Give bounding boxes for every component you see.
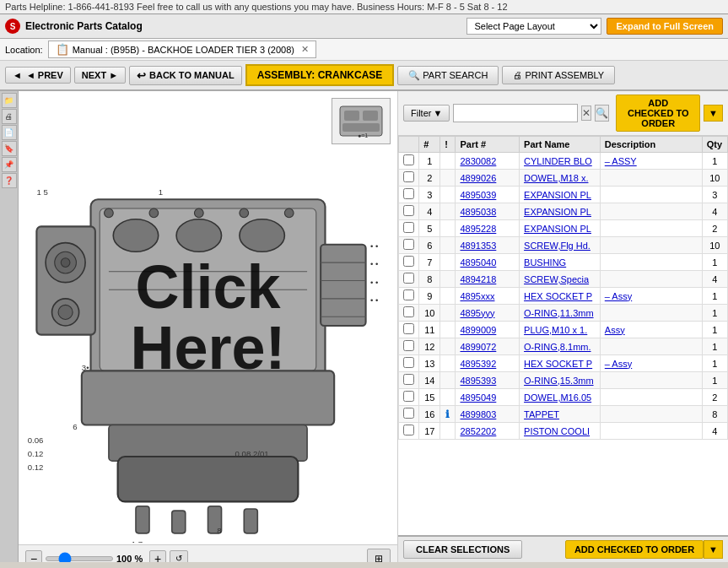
add-checked-bottom-button[interactable]: ADD CHECKED TO ORDER — [565, 540, 704, 559]
tab-close-icon[interactable]: ✕ — [301, 44, 309, 55]
part-number-link[interactable]: 4895038 — [460, 207, 496, 217]
row-checkbox[interactable] — [403, 154, 414, 165]
part-number-link[interactable]: 4895392 — [460, 359, 496, 369]
filter-button[interactable]: Filter ▼ — [403, 105, 450, 122]
row-part: 4899803 — [456, 406, 520, 423]
part-name-link[interactable]: CYLINDER BLO — [524, 156, 592, 166]
expand-button[interactable]: Expand to Full Screen — [607, 18, 723, 35]
row-part: 2852202 — [456, 423, 520, 440]
part-number-link[interactable]: 4899072 — [460, 342, 496, 352]
filter-clear-button[interactable]: ✕ — [581, 105, 591, 121]
row-checkbox[interactable] — [403, 374, 414, 385]
svg-rect-26 — [136, 506, 149, 533]
row-checkbox-cell — [399, 338, 419, 355]
row-checkbox[interactable] — [403, 289, 414, 300]
prev-button[interactable]: ◄ ◄ PREV — [5, 67, 71, 84]
print-assembly-button[interactable]: 🖨 PRINT ASSEMBLY — [502, 66, 615, 84]
filter-input[interactable] — [453, 104, 578, 122]
sidebar-icon-2[interactable]: 🖨 — [2, 109, 17, 124]
view-icon-button[interactable]: ⊞ — [367, 549, 391, 562]
part-number-link[interactable]: 4895yyy — [460, 308, 494, 318]
part-name-link[interactable]: EXPANSION PL — [524, 207, 591, 217]
part-name-link[interactable]: PLUG,M10 x 1. — [524, 325, 587, 335]
svg-text:1  7: 1 7 — [132, 539, 143, 543]
info-icon[interactable]: ℹ — [445, 408, 450, 420]
part-number-link[interactable]: 4894218 — [460, 274, 496, 284]
row-checkbox[interactable] — [403, 273, 414, 284]
part-name-link[interactable]: EXPANSION PL — [524, 190, 591, 200]
row-checkbox[interactable] — [403, 239, 414, 250]
row-part: 4895393 — [456, 372, 520, 389]
row-checkbox[interactable] — [403, 222, 414, 233]
part-number-link[interactable]: 4891353 — [460, 241, 496, 251]
row-warn — [440, 170, 456, 187]
part-name-link[interactable]: DOWEL,M18 x. — [524, 173, 588, 183]
zoom-in-button[interactable]: + — [149, 550, 166, 562]
row-part: 4895392 — [456, 355, 520, 372]
part-number-link[interactable]: 4895228 — [460, 224, 496, 234]
row-checkbox[interactable] — [403, 256, 414, 267]
part-name-link[interactable]: PISTON COOLI — [524, 426, 590, 436]
back-label: BACK TO MANUAL — [149, 70, 235, 80]
sidebar-icon-1[interactable]: 📁 — [2, 93, 17, 108]
table-row: 1 2830082 CYLINDER BLO – ASSY 1 — [399, 153, 728, 170]
sidebar-icon-3[interactable]: 📄 — [2, 125, 17, 140]
part-name-link[interactable]: BUSHING — [524, 257, 566, 268]
back-to-manual-button[interactable]: ↩ BACK TO MANUAL — [129, 66, 242, 85]
part-number-link[interactable]: 4895039 — [460, 190, 496, 200]
filter-search-button[interactable]: 🔍 — [595, 105, 609, 122]
part-number-link[interactable]: 4895049 — [460, 392, 496, 403]
sidebar-icon-4[interactable]: 🔖 — [2, 141, 17, 156]
add-checked-button[interactable]: ADD CHECKED TO ORDER — [616, 95, 700, 132]
select-page-layout[interactable]: Select Page Layout — [466, 18, 601, 35]
row-checkbox[interactable] — [403, 306, 414, 317]
row-checkbox-cell — [399, 389, 419, 406]
add-checked-dropdown-button[interactable]: ▼ — [704, 105, 723, 122]
row-checkbox[interactable] — [403, 391, 414, 402]
clear-selections-button[interactable]: CLEAR SELECTIONS — [403, 540, 522, 559]
part-search-button[interactable]: 🔍 PART SEARCH — [397, 66, 499, 85]
row-checkbox[interactable] — [403, 340, 414, 351]
part-number-link[interactable]: 4899009 — [460, 325, 496, 335]
part-name-link[interactable]: TAPPET — [524, 409, 559, 419]
zoom-out-button[interactable]: − — [25, 550, 42, 562]
part-number-link[interactable]: 4899803 — [460, 409, 496, 419]
part-name-link[interactable]: O-RING,11.3mm — [524, 308, 594, 318]
part-number-link[interactable]: 4895xxx — [460, 291, 494, 301]
part-number-link[interactable]: 4895393 — [460, 376, 496, 386]
parts-table-container[interactable]: # ! Part # Part Name Description Qty 1 2… — [398, 136, 728, 535]
sidebar-icon-6[interactable]: ❓ — [2, 173, 17, 188]
part-name-link[interactable]: SCREW,Specia — [524, 274, 589, 284]
diagram-area[interactable]: 1 5 1 0.06 0.12 0.12 0.08 2/01 1 7 8 • •… — [19, 91, 397, 544]
svg-rect-45 — [344, 111, 359, 121]
part-name-link[interactable]: O-RING,8.1mm. — [524, 342, 590, 352]
row-warn — [440, 423, 456, 440]
part-name-link[interactable]: EXPANSION PL — [524, 224, 591, 234]
row-checkbox-cell — [399, 423, 419, 440]
row-checkbox[interactable] — [403, 205, 414, 216]
part-name-link[interactable]: SCREW,Flg Hd. — [524, 241, 590, 251]
manual-tab[interactable]: 📋 Manual : (B95B) - BACKHOE LOADER TIER … — [48, 41, 316, 58]
table-row: 14 4895393 O-RING,15.3mm 1 — [399, 372, 728, 389]
row-checkbox[interactable] — [403, 357, 414, 368]
prev-label: ◄ PREV — [26, 70, 63, 80]
row-checkbox[interactable] — [403, 425, 414, 435]
next-button[interactable]: NEXT ► — [74, 67, 126, 84]
part-number-link[interactable]: 2852202 — [460, 426, 496, 436]
part-name-link[interactable]: O-RING,15.3mm — [524, 376, 594, 386]
search-icon: 🔍 — [408, 70, 420, 81]
zoom-slider[interactable] — [46, 556, 113, 561]
sidebar-icon-5[interactable]: 📌 — [2, 157, 17, 172]
add-checked-bottom-dropdown[interactable]: ▼ — [704, 540, 723, 559]
zoom-reset-button[interactable]: ↺ — [170, 550, 188, 562]
part-name-link[interactable]: HEX SOCKET P — [524, 291, 592, 301]
row-checkbox[interactable] — [403, 188, 414, 199]
part-name-link[interactable]: HEX SOCKET P — [524, 359, 592, 369]
part-number-link[interactable]: 2830082 — [460, 156, 496, 166]
part-name-link[interactable]: DOWEL,M16.05 — [524, 392, 591, 403]
part-number-link[interactable]: 4899026 — [460, 173, 496, 183]
row-checkbox[interactable] — [403, 323, 414, 334]
row-checkbox[interactable] — [403, 408, 414, 419]
row-checkbox[interactable] — [403, 171, 414, 182]
part-number-link[interactable]: 4895040 — [460, 257, 496, 268]
